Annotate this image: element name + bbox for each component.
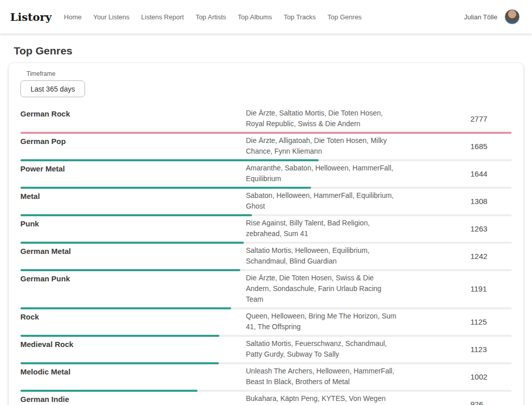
genre-artists: Queen, Helloween, Bring Me The Horizon, … xyxy=(246,311,399,332)
genre-bar-track xyxy=(20,214,512,216)
genre-count: 1263 xyxy=(470,224,487,233)
app-bar: Listory Home Your Listens Listens Report… xyxy=(0,0,532,34)
genre-artists: Saltatio Mortis, Feuerschwanz, Schandmau… xyxy=(246,338,399,360)
genre-bar-fill xyxy=(20,187,311,189)
genre-name: Rock xyxy=(20,311,246,332)
genre-bar-fill xyxy=(20,335,219,337)
genre-row: Rock Queen, Helloween, Bring Me The Hori… xyxy=(20,309,512,337)
genre-count: 926 xyxy=(470,400,483,405)
timeframe-label: Timeframe xyxy=(26,70,512,77)
genre-row: German Rock Die Ärzte, Saltatio Mortis, … xyxy=(20,106,512,134)
top-genres-panel: Timeframe Last 365 days German Rock Die … xyxy=(9,63,523,405)
user-menu[interactable]: Julian Tölle xyxy=(464,9,520,24)
genre-artists: Sabaton, Helloween, HammerFall, Equilibr… xyxy=(246,190,399,212)
genre-name: Melodic Metal xyxy=(20,366,246,387)
nav-item-top-albums[interactable]: Top Albums xyxy=(238,13,272,21)
genre-name: German Metal xyxy=(20,245,246,267)
genre-count: 1308 xyxy=(470,197,487,206)
genre-bar-fill xyxy=(20,390,198,392)
genre-name: German Pop xyxy=(20,135,246,157)
genre-row: German Punk Die Ärzte, Die Toten Hosen, … xyxy=(20,271,512,309)
genre-bar-fill xyxy=(20,269,240,271)
genre-bar-fill xyxy=(20,242,244,244)
genre-bar-track xyxy=(20,307,512,309)
genre-count: 1191 xyxy=(470,284,487,293)
genre-row: Power Metal Amaranthe, Sabaton, Hellowee… xyxy=(20,161,512,189)
nav-item-top-genres[interactable]: Top Genres xyxy=(327,13,361,21)
genre-row: Punk Rise Against, Billy Talent, Bad Rel… xyxy=(20,216,512,244)
genre-count: 1125 xyxy=(470,317,487,326)
page-title: Top Genres xyxy=(14,45,532,57)
genre-name: Punk xyxy=(20,218,246,239)
genre-bar-track xyxy=(20,242,512,244)
genre-name: German Rock xyxy=(20,108,246,129)
timeframe-select[interactable]: Last 365 days xyxy=(20,80,85,97)
user-name: Julian Tölle xyxy=(464,13,497,21)
genre-artists: Bukahara, Käptn Peng, KYTES, Von Wegen L… xyxy=(246,393,399,405)
genre-table: German Rock Die Ärzte, Saltatio Mortis, … xyxy=(20,106,512,405)
genre-name: German Punk xyxy=(20,273,246,305)
genre-count: 1685 xyxy=(470,142,487,151)
genre-artists: Die Ärzte, Alligatoah, Die Toten Hosen, … xyxy=(246,135,399,157)
genre-artists: Rise Against, Billy Talent, Bad Religion… xyxy=(246,218,399,239)
genre-count: 2777 xyxy=(470,114,487,123)
genre-name: Medieval Rock xyxy=(20,338,246,360)
genre-artists: Unleash The Archers, Helloween, HammerFa… xyxy=(246,366,399,387)
genre-count: 1644 xyxy=(470,169,487,178)
nav-item-your-listens[interactable]: Your Listens xyxy=(93,13,129,21)
genre-row: Medieval Rock Saltatio Mortis, Feuerschw… xyxy=(20,337,512,364)
nav-item-top-tracks[interactable]: Top Tracks xyxy=(284,13,316,21)
genre-name: Power Metal xyxy=(20,163,246,184)
genre-count: 1123 xyxy=(470,345,487,354)
genre-bar-track xyxy=(20,390,512,392)
nav-item-listens-report[interactable]: Listens Report xyxy=(141,13,184,21)
genre-bar-fill xyxy=(20,362,219,364)
genre-bar-track xyxy=(20,159,512,161)
genre-artists: Die Ärzte, Saltatio Mortis, Die Toten Ho… xyxy=(246,108,399,129)
genre-bar-fill xyxy=(20,307,231,309)
genre-bar-fill xyxy=(20,214,252,216)
genre-row: Melodic Metal Unleash The Archers, Hello… xyxy=(20,364,512,392)
genre-count: 1242 xyxy=(470,252,487,261)
genre-artists: Amaranthe, Sabaton, Helloween, HammerFal… xyxy=(246,163,399,184)
genre-bar-track xyxy=(20,362,512,364)
genre-bar-track xyxy=(20,269,512,271)
genre-bar-fill xyxy=(20,132,512,134)
nav-item-home[interactable]: Home xyxy=(64,13,82,21)
genre-count: 1002 xyxy=(470,372,487,381)
nav: Home Your Listens Listens Report Top Art… xyxy=(64,13,362,21)
genre-artists: Die Ärzte, Die Toten Hosen, Swiss & Die … xyxy=(246,273,399,305)
genre-bar-fill xyxy=(20,159,319,161)
genre-artists: Saltatio Mortis, Helloween, Equilibrium,… xyxy=(246,245,399,267)
genre-row: German Indie Bukahara, Käptn Peng, KYTES… xyxy=(20,392,512,405)
genre-row: German Metal Saltatio Mortis, Helloween,… xyxy=(20,244,512,271)
genre-name: German Indie xyxy=(20,393,246,405)
genre-bar-track xyxy=(20,335,512,337)
genre-bar-track xyxy=(20,132,512,134)
genre-row: German Pop Die Ärzte, Alligatoah, Die To… xyxy=(20,134,512,161)
app-logo[interactable]: Listory xyxy=(10,11,52,23)
nav-item-top-artists[interactable]: Top Artists xyxy=(195,13,226,21)
user-avatar[interactable] xyxy=(505,9,520,24)
genre-bar-track xyxy=(20,187,512,189)
genre-row: Metal Sabaton, Helloween, HammerFall, Eq… xyxy=(20,189,512,216)
genre-name: Metal xyxy=(20,190,246,212)
